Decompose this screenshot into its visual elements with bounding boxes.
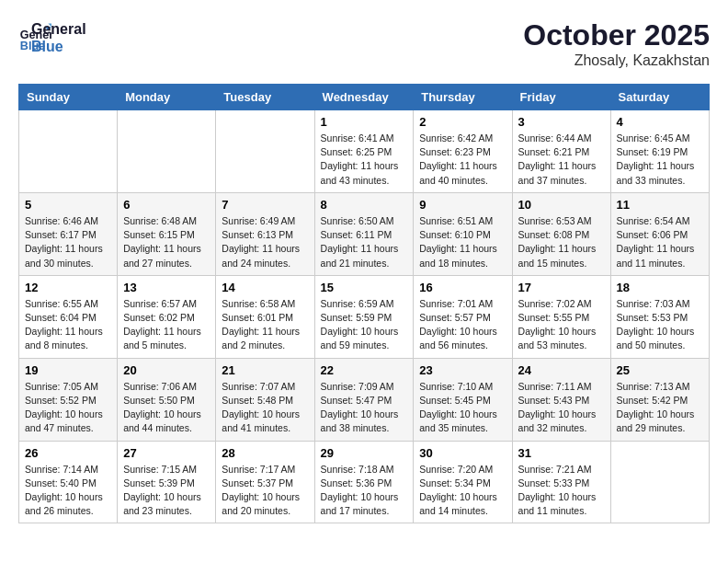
- weekday-header-sunday: Sunday: [19, 85, 118, 110]
- day-number: 14: [222, 281, 308, 294]
- calendar-cell: 10Sunrise: 6:53 AMSunset: 6:08 PMDayligh…: [512, 192, 610, 275]
- calendar-cell: 2Sunrise: 6:42 AMSunset: 6:23 PMDaylight…: [414, 110, 512, 193]
- calendar-cell: 3Sunrise: 6:44 AMSunset: 6:21 PMDaylight…: [512, 110, 610, 193]
- day-info: Sunrise: 7:07 AMSunset: 5:48 PMDaylight:…: [222, 380, 308, 436]
- calendar-cell: 24Sunrise: 7:11 AMSunset: 5:43 PMDayligh…: [512, 358, 610, 441]
- logo-line2: Blue: [31, 38, 86, 55]
- calendar-table: SundayMondayTuesdayWednesdayThursdayFrid…: [18, 84, 710, 523]
- calendar-cell: 9Sunrise: 6:51 AMSunset: 6:10 PMDaylight…: [414, 192, 512, 275]
- day-info: Sunrise: 7:14 AMSunset: 5:40 PMDaylight:…: [25, 463, 111, 519]
- title-block: October 2025 Zhosaly, Kazakhstan: [523, 18, 710, 69]
- day-info: Sunrise: 7:01 AMSunset: 5:57 PMDaylight:…: [419, 297, 506, 353]
- day-info: Sunrise: 6:57 AMSunset: 6:02 PMDaylight:…: [123, 297, 210, 353]
- day-info: Sunrise: 7:20 AMSunset: 5:34 PMDaylight:…: [419, 463, 506, 519]
- day-number: 20: [123, 363, 210, 377]
- calendar-cell: 1Sunrise: 6:41 AMSunset: 6:25 PMDaylight…: [314, 110, 414, 193]
- calendar-cell: 28Sunrise: 7:17 AMSunset: 5:37 PMDayligh…: [216, 441, 314, 523]
- calendar-cell: 17Sunrise: 7:02 AMSunset: 5:55 PMDayligh…: [512, 275, 610, 358]
- weekday-header-wednesday: Wednesday: [314, 85, 414, 110]
- day-number: 23: [419, 363, 506, 377]
- calendar-cell: 30Sunrise: 7:20 AMSunset: 5:34 PMDayligh…: [414, 441, 512, 523]
- weekday-header-friday: Friday: [512, 85, 610, 110]
- day-info: Sunrise: 7:10 AMSunset: 5:45 PMDaylight:…: [419, 380, 506, 436]
- calendar-cell: 13Sunrise: 6:57 AMSunset: 6:02 PMDayligh…: [118, 275, 216, 358]
- day-info: Sunrise: 6:46 AMSunset: 6:17 PMDaylight:…: [25, 214, 111, 270]
- day-number: 1: [321, 115, 408, 129]
- calendar-cell: 23Sunrise: 7:10 AMSunset: 5:45 PMDayligh…: [414, 358, 512, 441]
- calendar-week-5: 26Sunrise: 7:14 AMSunset: 5:40 PMDayligh…: [19, 441, 710, 523]
- day-number: 19: [25, 363, 111, 377]
- day-number: 3: [518, 115, 605, 129]
- day-info: Sunrise: 7:09 AMSunset: 5:47 PMDaylight:…: [321, 380, 408, 436]
- weekday-header-tuesday: Tuesday: [216, 85, 314, 110]
- calendar-cell: 5Sunrise: 6:46 AMSunset: 6:17 PMDaylight…: [19, 192, 118, 275]
- calendar-cell: 6Sunrise: 6:48 AMSunset: 6:15 PMDaylight…: [118, 192, 216, 275]
- calendar-cell: 20Sunrise: 7:06 AMSunset: 5:50 PMDayligh…: [118, 358, 216, 441]
- day-number: 10: [518, 198, 605, 212]
- location-subtitle: Zhosaly, Kazakhstan: [523, 52, 710, 69]
- day-info: Sunrise: 7:06 AMSunset: 5:50 PMDaylight:…: [123, 380, 210, 436]
- calendar-week-1: 1Sunrise: 6:41 AMSunset: 6:25 PMDaylight…: [19, 110, 710, 193]
- calendar-cell: [118, 110, 216, 193]
- calendar-cell: 16Sunrise: 7:01 AMSunset: 5:57 PMDayligh…: [414, 275, 512, 358]
- calendar-cell: [610, 441, 709, 523]
- day-info: Sunrise: 6:50 AMSunset: 6:11 PMDaylight:…: [321, 214, 408, 270]
- day-number: 6: [123, 198, 210, 212]
- calendar-cell: 15Sunrise: 6:59 AMSunset: 5:59 PMDayligh…: [314, 275, 414, 358]
- day-number: 9: [419, 198, 506, 212]
- weekday-header-row: SundayMondayTuesdayWednesdayThursdayFrid…: [19, 85, 710, 110]
- calendar-cell: [216, 110, 314, 193]
- day-info: Sunrise: 6:45 AMSunset: 6:19 PMDaylight:…: [617, 132, 703, 188]
- calendar-cell: 14Sunrise: 6:58 AMSunset: 6:01 PMDayligh…: [216, 275, 314, 358]
- day-info: Sunrise: 7:15 AMSunset: 5:39 PMDaylight:…: [123, 463, 210, 519]
- calendar-cell: 26Sunrise: 7:14 AMSunset: 5:40 PMDayligh…: [19, 441, 118, 523]
- day-number: 12: [25, 281, 111, 294]
- calendar-cell: 11Sunrise: 6:54 AMSunset: 6:06 PMDayligh…: [610, 192, 709, 275]
- day-number: 25: [617, 363, 703, 377]
- day-number: 18: [617, 281, 703, 294]
- day-number: 22: [321, 363, 408, 377]
- calendar-cell: 8Sunrise: 6:50 AMSunset: 6:11 PMDaylight…: [314, 192, 414, 275]
- day-number: 11: [617, 198, 703, 212]
- day-info: Sunrise: 7:13 AMSunset: 5:42 PMDaylight:…: [617, 380, 703, 436]
- day-number: 4: [617, 115, 703, 129]
- day-info: Sunrise: 7:21 AMSunset: 5:33 PMDaylight:…: [518, 463, 605, 519]
- day-info: Sunrise: 6:44 AMSunset: 6:21 PMDaylight:…: [518, 132, 605, 188]
- day-info: Sunrise: 7:02 AMSunset: 5:55 PMDaylight:…: [518, 297, 605, 353]
- day-info: Sunrise: 7:17 AMSunset: 5:37 PMDaylight:…: [222, 463, 308, 519]
- day-info: Sunrise: 7:11 AMSunset: 5:43 PMDaylight:…: [518, 380, 605, 436]
- day-info: Sunrise: 7:18 AMSunset: 5:36 PMDaylight:…: [321, 463, 408, 519]
- calendar-cell: 22Sunrise: 7:09 AMSunset: 5:47 PMDayligh…: [314, 358, 414, 441]
- weekday-header-saturday: Saturday: [610, 85, 709, 110]
- day-info: Sunrise: 6:49 AMSunset: 6:13 PMDaylight:…: [222, 214, 308, 270]
- calendar-cell: [19, 110, 118, 193]
- day-number: 16: [419, 281, 506, 294]
- logo-line1: General: [31, 20, 86, 38]
- calendar-cell: 12Sunrise: 6:55 AMSunset: 6:04 PMDayligh…: [19, 275, 118, 358]
- day-number: 7: [222, 198, 308, 212]
- day-number: 28: [222, 446, 308, 460]
- day-info: Sunrise: 6:48 AMSunset: 6:15 PMDaylight:…: [123, 214, 210, 270]
- weekday-header-thursday: Thursday: [414, 85, 512, 110]
- month-title: October 2025: [523, 18, 710, 52]
- page-header: General Blue General Blue October 2025 Z…: [18, 18, 710, 69]
- calendar-cell: 7Sunrise: 6:49 AMSunset: 6:13 PMDaylight…: [216, 192, 314, 275]
- day-info: Sunrise: 6:59 AMSunset: 5:59 PMDaylight:…: [321, 297, 408, 353]
- day-info: Sunrise: 6:55 AMSunset: 6:04 PMDaylight:…: [25, 297, 111, 353]
- day-info: Sunrise: 7:05 AMSunset: 5:52 PMDaylight:…: [25, 380, 111, 436]
- calendar-cell: 4Sunrise: 6:45 AMSunset: 6:19 PMDaylight…: [610, 110, 709, 193]
- logo: General Blue General Blue: [18, 18, 86, 55]
- day-number: 15: [321, 281, 408, 294]
- calendar-cell: 25Sunrise: 7:13 AMSunset: 5:42 PMDayligh…: [610, 358, 709, 441]
- day-info: Sunrise: 6:53 AMSunset: 6:08 PMDaylight:…: [518, 214, 605, 270]
- day-info: Sunrise: 6:51 AMSunset: 6:10 PMDaylight:…: [419, 214, 506, 270]
- calendar-cell: 18Sunrise: 7:03 AMSunset: 5:53 PMDayligh…: [610, 275, 709, 358]
- day-info: Sunrise: 6:58 AMSunset: 6:01 PMDaylight:…: [222, 297, 308, 353]
- day-number: 5: [25, 198, 111, 212]
- day-info: Sunrise: 6:54 AMSunset: 6:06 PMDaylight:…: [617, 214, 703, 270]
- day-number: 2: [419, 115, 506, 129]
- day-number: 17: [518, 281, 605, 294]
- day-number: 29: [321, 446, 408, 460]
- day-number: 21: [222, 363, 308, 377]
- calendar-cell: 27Sunrise: 7:15 AMSunset: 5:39 PMDayligh…: [118, 441, 216, 523]
